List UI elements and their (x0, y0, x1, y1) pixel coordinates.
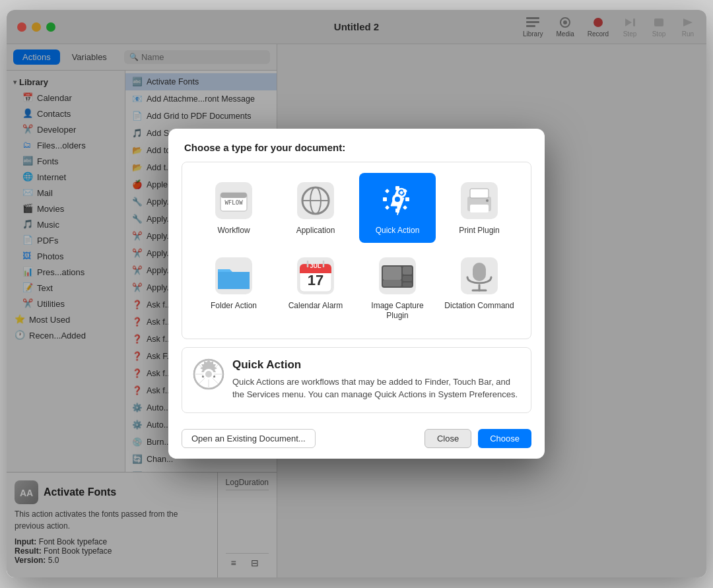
calendar-alarm-icon: 17 JUL (294, 255, 337, 297)
modal-overlay: Choose a type for your document: WFLOW (7, 10, 706, 577)
svg-rect-51 (403, 276, 412, 281)
modal-footer: Open an Existing Document... Close Choos… (168, 421, 545, 459)
desc-title: Quick Action (232, 358, 520, 372)
application-icon (294, 180, 337, 222)
close-modal-button[interactable]: Close (424, 429, 471, 448)
modal-footer-right: Close Choose (424, 429, 531, 448)
quick-action-label: Quick Action (376, 226, 420, 236)
doc-type-quick-action[interactable]: Quick Action (359, 173, 436, 243)
workflow-label: Workflow (217, 226, 250, 236)
print-plugin-icon (458, 180, 500, 222)
svg-text:17: 17 (308, 272, 323, 288)
image-capture-label: Image Capture Plugin (362, 301, 433, 321)
quick-action-desc-icon (193, 358, 224, 390)
doc-type-calendar-alarm[interactable]: 17 JUL Calendar Alarm (277, 248, 354, 328)
svg-text:WFLOW: WFLOW (224, 199, 243, 206)
choose-button[interactable]: Choose (478, 429, 531, 448)
doc-type-folder-action[interactable]: Folder Action (195, 248, 272, 328)
doc-type-application[interactable]: Application (277, 173, 354, 243)
svg-rect-35 (470, 189, 489, 198)
svg-text:JUL: JUL (310, 263, 322, 269)
doc-type-workflow[interactable]: WFLOW Workflow (195, 173, 272, 243)
modal-grid-section: WFLOW Workflow (182, 162, 531, 339)
folder-action-label: Folder Action (211, 301, 257, 311)
svg-rect-50 (403, 267, 412, 275)
open-existing-button[interactable]: Open an Existing Document... (182, 429, 316, 448)
svg-rect-34 (470, 205, 489, 212)
modal-title: Choose a type for your document: (184, 142, 345, 153)
doc-type-dictation[interactable]: Dictation Command (441, 248, 518, 328)
quick-action-icon (376, 180, 419, 222)
svg-rect-52 (403, 282, 412, 286)
doc-type-image-capture[interactable]: Image Capture Plugin (359, 248, 436, 328)
doc-type-grid: WFLOW Workflow (195, 168, 518, 333)
desc-content: Quick Action Quick Actions are workflows… (232, 358, 520, 401)
svg-rect-49 (383, 280, 401, 286)
app-window: Untitled 2 Library (7, 10, 706, 577)
svg-rect-23 (395, 209, 399, 212)
svg-point-21 (400, 191, 403, 194)
document-type-modal: Choose a type for your document: WFLOW (168, 129, 545, 459)
doc-type-print-plugin[interactable]: Print Plugin (441, 173, 518, 243)
image-capture-icon (376, 255, 419, 297)
svg-rect-22 (395, 186, 399, 190)
svg-rect-54 (473, 263, 486, 281)
print-plugin-label: Print Plugin (459, 226, 499, 236)
svg-rect-14 (221, 193, 247, 198)
folder-action-icon (213, 255, 255, 297)
svg-rect-48 (383, 267, 401, 280)
application-label: Application (296, 226, 335, 236)
desc-text: Quick Actions are workflows that may be … (232, 376, 520, 401)
dictation-icon (458, 255, 500, 297)
svg-rect-25 (405, 197, 409, 201)
modal-header: Choose a type for your document: (168, 129, 545, 162)
workflow-icon: WFLOW (213, 180, 255, 222)
svg-rect-24 (383, 197, 387, 201)
modal-description-box: Quick Action Quick Actions are workflows… (182, 347, 531, 413)
dictation-label: Dictation Command (444, 301, 514, 311)
svg-point-69 (205, 371, 212, 377)
calendar-alarm-label: Calendar Alarm (289, 301, 343, 311)
svg-point-36 (486, 199, 489, 202)
svg-point-31 (395, 197, 400, 202)
